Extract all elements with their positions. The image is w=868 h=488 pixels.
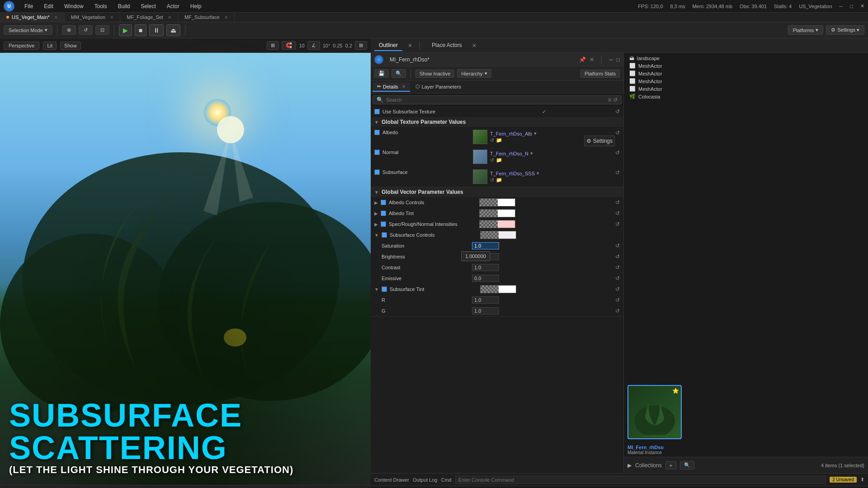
albedo-reset[interactable]: ↺ xyxy=(615,130,620,136)
normal-dropdown-icon[interactable]: ▾ xyxy=(530,150,533,156)
saturation-reset[interactable]: ↺ xyxy=(615,243,620,249)
spec-rough-swatch[interactable] xyxy=(479,220,515,228)
outliner-tab[interactable]: Outliner xyxy=(374,40,402,51)
emissive-reset[interactable]: ↺ xyxy=(615,275,620,282)
subsurface-texture-name[interactable]: T_Fern_rhDso_SSS xyxy=(490,171,535,176)
details-tab[interactable]: ✏ Details ✕ xyxy=(373,82,410,92)
pause-button[interactable]: ⏸ xyxy=(149,24,164,36)
use-subsurface-checkbox[interactable] xyxy=(374,109,380,114)
settings-side-button[interactable]: ⚙ Settings xyxy=(584,136,615,146)
selection-mode-button[interactable]: Selection Mode ▾ xyxy=(4,25,52,35)
transform-button[interactable]: ⊕ xyxy=(62,25,76,35)
subsurface-controls-checkbox[interactable] xyxy=(382,232,387,238)
subsurface-tex-reset[interactable]: ↺ xyxy=(615,169,620,176)
menu-edit[interactable]: Edit xyxy=(41,2,56,10)
albedo-tint-checkbox[interactable] xyxy=(381,211,386,216)
normal-reset[interactable]: ↺ xyxy=(615,150,620,156)
console-expand-button[interactable]: ⬆ xyxy=(860,477,864,483)
material-minimize[interactable]: ─ xyxy=(609,56,613,63)
viewport[interactable]: Perspective Lit Show ⊞ 🧲 10 ∠ 10° 0.25 0… xyxy=(0,38,371,488)
tab-mf-subsurface[interactable]: MF_Subsurface ✕ xyxy=(178,13,235,22)
brightness-reset[interactable]: ↺ xyxy=(615,253,620,260)
menu-select[interactable]: Select xyxy=(138,2,158,10)
play-button[interactable]: ▶ xyxy=(119,24,132,36)
lit-button[interactable]: Lit xyxy=(43,42,57,50)
g-reset[interactable]: ↺ xyxy=(615,308,620,314)
grid-button[interactable]: ⊞ xyxy=(267,41,279,50)
angle-button[interactable]: ∠ xyxy=(307,41,320,50)
material-close-button[interactable]: ✕ xyxy=(590,56,594,63)
hierarchy-button[interactable]: Hierarchy ▾ xyxy=(457,69,491,78)
outliner-item-meshactor-3[interactable]: ⬜ MeshActor xyxy=(624,77,868,85)
search-filter-button[interactable]: ≡ xyxy=(608,97,611,103)
menu-build[interactable]: Build xyxy=(115,2,133,10)
global-texture-header[interactable]: ▼ Global Texture Parameter Values xyxy=(371,117,623,127)
save-button[interactable]: 💾 xyxy=(374,69,389,78)
tab-mf-foliage[interactable]: MF_Foliage_Set ✕ xyxy=(120,13,178,22)
stop-button[interactable]: ■ xyxy=(135,24,146,36)
spec-rough-checkbox[interactable] xyxy=(381,221,386,227)
contrast-reset[interactable]: ↺ xyxy=(615,264,620,271)
place-actors-tab[interactable]: Place Actors xyxy=(427,40,467,51)
tab-close-0[interactable]: ✕ xyxy=(54,15,58,20)
collections-add-button[interactable]: + xyxy=(665,461,676,469)
console-input[interactable] xyxy=(455,476,826,484)
subsurface-controls-swatch[interactable] xyxy=(480,231,516,239)
material-maximize[interactable]: □ xyxy=(617,56,620,63)
place-actors-close-button[interactable]: ✕ xyxy=(472,42,476,49)
menu-file[interactable]: File xyxy=(22,2,36,10)
albedo-texture-name[interactable]: T_Fern_rhDso_Alb xyxy=(490,131,532,136)
outliner-item-meshactor-4[interactable]: ⬜ MeshActor xyxy=(624,85,868,93)
collections-search-button[interactable]: 🔍 xyxy=(680,461,694,469)
menu-actor[interactable]: Actor xyxy=(164,2,182,10)
snap-button[interactable]: 🧲 xyxy=(282,41,296,50)
maximize-button[interactable]: □ xyxy=(850,4,853,9)
normal-browse-icon[interactable]: ↺ xyxy=(490,157,494,163)
content-drawer-console-button[interactable]: Content Drawer xyxy=(374,477,409,483)
albedo-tint-reset[interactable]: ↺ xyxy=(615,210,620,216)
albedo-tint-swatch[interactable] xyxy=(479,209,515,217)
subsurface-open-icon[interactable]: 📁 xyxy=(496,177,502,183)
search-input[interactable] xyxy=(386,97,605,103)
minimize-button[interactable]: ─ xyxy=(840,4,843,9)
menu-tools[interactable]: Tools xyxy=(92,2,110,10)
cmd-console-button[interactable]: Cmd xyxy=(441,477,451,483)
outliner-item-landscape[interactable]: 🏔 landscape xyxy=(624,55,868,62)
global-vector-header[interactable]: ▼ Global Vector Parameter Values xyxy=(371,187,623,197)
albedo-checkbox[interactable] xyxy=(374,130,380,135)
normal-checkbox[interactable] xyxy=(374,150,380,155)
subsurface-browse-icon[interactable]: ↺ xyxy=(490,177,494,183)
tab-close-3[interactable]: ✕ xyxy=(224,15,228,20)
albedo-open-icon[interactable]: 📁 xyxy=(496,137,502,143)
outliner-item-colocasia[interactable]: 🌿 Colocasia xyxy=(624,93,868,100)
subsurface-tint-reset[interactable]: ↺ xyxy=(615,286,620,292)
perspective-button[interactable]: Perspective xyxy=(4,42,39,50)
normal-texture-name[interactable]: T_Fern_rhDso_N xyxy=(490,151,528,156)
tab-us-veget-main[interactable]: US_Veget_Main* ✕ xyxy=(0,13,65,22)
output-log-console-button[interactable]: Output Log xyxy=(413,477,437,483)
albedo-dropdown-icon[interactable]: ▾ xyxy=(534,131,537,136)
settings-button[interactable]: ⚙ Settings ▾ xyxy=(826,25,864,35)
spec-rough-reset[interactable]: ↺ xyxy=(615,221,620,227)
collections-expand-icon[interactable]: ▶ xyxy=(627,462,632,469)
collections-label[interactable]: Collections xyxy=(635,462,662,469)
rotate-button[interactable]: ↺ xyxy=(79,25,93,35)
albedo-browse-icon[interactable]: ↺ xyxy=(490,137,494,143)
saturation-input[interactable] xyxy=(472,242,499,249)
layer-params-tab[interactable]: ⬡ Layer Parameters xyxy=(411,82,466,92)
platform-stats-button[interactable]: Platform Stats xyxy=(580,70,620,78)
menu-help[interactable]: Help xyxy=(188,2,204,10)
outliner-item-meshactor-2[interactable]: ⬜ MeshActor xyxy=(624,70,868,77)
menu-window[interactable]: Window xyxy=(61,2,86,10)
show-button[interactable]: Show xyxy=(60,42,81,50)
use-subsurface-reset[interactable]: ↺ xyxy=(615,108,620,115)
browse-button[interactable]: 🔍 xyxy=(392,69,406,78)
albedo-controls-checkbox[interactable] xyxy=(381,200,386,205)
search-reset-button[interactable]: ↺ xyxy=(613,97,618,103)
subsurface-tex-checkbox[interactable] xyxy=(374,169,380,175)
viewport-options-button[interactable]: ⊞ xyxy=(355,41,367,50)
platforms-button[interactable]: Platforms ▾ xyxy=(788,25,823,35)
r-reset[interactable]: ↺ xyxy=(615,297,620,303)
normal-open-icon[interactable]: 📁 xyxy=(496,157,502,163)
tab-mm-vegetation[interactable]: MM_Vegetation ✕ xyxy=(65,13,120,22)
